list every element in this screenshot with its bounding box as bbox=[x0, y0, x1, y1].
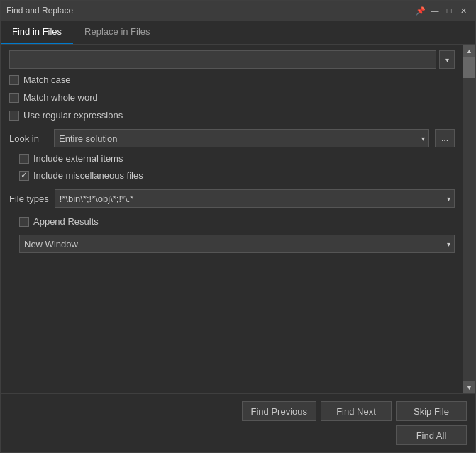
restore-button[interactable]: □ bbox=[443, 4, 455, 17]
search-dropdown-btn[interactable]: ▾ bbox=[439, 50, 455, 69]
content-area: ▾ Match case Match whole word Use regula… bbox=[1, 45, 475, 393]
search-row: ▾ bbox=[9, 50, 455, 69]
use-regex-label: Use regular expressions bbox=[23, 110, 123, 121]
use-regex-checkbox[interactable] bbox=[9, 111, 19, 121]
append-results-row: Append Results bbox=[19, 215, 455, 228]
file-types-wrapper bbox=[55, 189, 455, 208]
tab-find-in-files[interactable]: Find in Files bbox=[1, 21, 73, 44]
button-row-1: Find Previous Find Next Skip File bbox=[9, 401, 467, 421]
match-whole-word-label: Match whole word bbox=[23, 92, 98, 103]
tab-replace-in-files[interactable]: Replace in Files bbox=[73, 21, 162, 44]
spacer bbox=[9, 257, 455, 388]
title-bar: Find and Replace 📌 — □ ✕ bbox=[1, 1, 475, 21]
skip-file-button[interactable]: Skip File bbox=[396, 401, 467, 421]
button-row-2: Find All bbox=[9, 425, 467, 445]
pin-button[interactable]: 📌 bbox=[414, 4, 427, 17]
scroll-up-btn[interactable]: ▲ bbox=[463, 45, 475, 57]
search-input[interactable] bbox=[9, 50, 436, 69]
file-types-label: File types bbox=[9, 194, 49, 204]
match-whole-word-row: Match whole word bbox=[9, 91, 455, 104]
window-title: Find and Replace bbox=[6, 6, 73, 16]
look-in-select[interactable]: Entire solution Current Project Current … bbox=[54, 129, 429, 147]
output-wrapper: New Window Results Window 1 Results Wind… bbox=[19, 235, 455, 253]
find-all-button[interactable]: Find All bbox=[396, 425, 467, 445]
scroll-track[interactable] bbox=[463, 57, 475, 381]
find-previous-button[interactable]: Find Previous bbox=[242, 401, 316, 421]
look-in-wrapper: Entire solution Current Project Current … bbox=[54, 129, 429, 147]
file-types-input[interactable] bbox=[55, 189, 455, 208]
look-in-label: Look in bbox=[9, 133, 48, 144]
file-types-row: File types bbox=[9, 189, 455, 208]
match-whole-word-checkbox[interactable] bbox=[9, 93, 19, 103]
look-in-row: Look in Entire solution Current Project … bbox=[9, 129, 455, 147]
find-replace-window: Find and Replace 📌 — □ ✕ Find in Files R… bbox=[0, 0, 476, 453]
minimize-button[interactable]: — bbox=[428, 4, 441, 17]
output-row: New Window Results Window 1 Results Wind… bbox=[19, 235, 455, 253]
include-external-row: Include external items bbox=[19, 152, 455, 165]
match-case-row: Match case bbox=[9, 73, 455, 86]
include-section: Include external items Include miscellan… bbox=[9, 152, 455, 182]
match-case-checkbox[interactable] bbox=[9, 75, 19, 85]
append-results-section: Append Results New Window Results Window… bbox=[9, 215, 455, 253]
browse-button[interactable]: ... bbox=[435, 129, 455, 147]
find-next-button[interactable]: Find Next bbox=[321, 401, 392, 421]
append-results-checkbox[interactable] bbox=[19, 217, 29, 227]
include-external-checkbox[interactable] bbox=[19, 154, 29, 164]
scroll-down-btn[interactable]: ▼ bbox=[463, 381, 475, 393]
include-misc-label: Include miscellaneous files bbox=[33, 170, 143, 181]
tab-bar: Find in Files Replace in Files bbox=[1, 21, 475, 45]
bottom-buttons: Find Previous Find Next Skip File Find A… bbox=[1, 393, 475, 452]
include-external-label: Include external items bbox=[33, 153, 123, 164]
scroll-thumb[interactable] bbox=[463, 57, 475, 78]
main-content: ▾ Match case Match whole word Use regula… bbox=[1, 45, 463, 393]
output-select[interactable]: New Window Results Window 1 Results Wind… bbox=[19, 235, 455, 253]
match-case-label: Match case bbox=[23, 74, 70, 85]
include-misc-row: Include miscellaneous files bbox=[19, 169, 455, 182]
append-results-label: Append Results bbox=[33, 216, 99, 227]
close-button[interactable]: ✕ bbox=[457, 4, 470, 17]
window-controls: 📌 — □ ✕ bbox=[414, 4, 470, 17]
scrollbar[interactable]: ▲ ▼ bbox=[463, 45, 475, 393]
use-regex-row: Use regular expressions bbox=[9, 108, 455, 122]
include-misc-checkbox[interactable] bbox=[19, 171, 29, 181]
